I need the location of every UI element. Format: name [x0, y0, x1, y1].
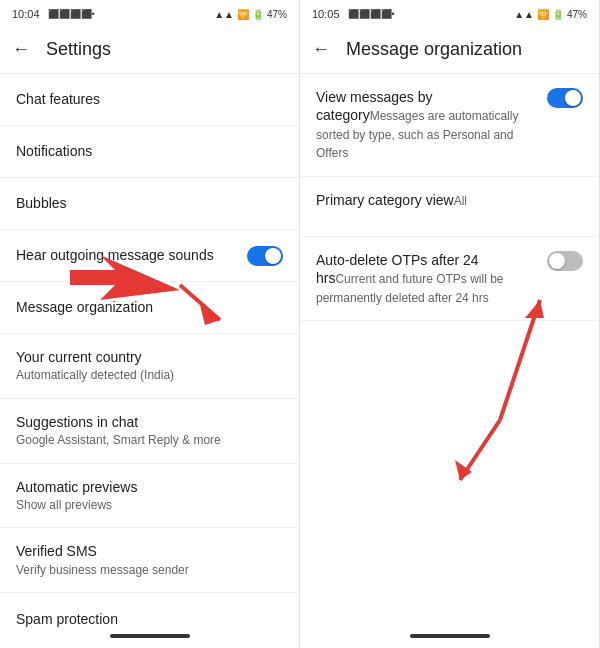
left-back-button[interactable]: ←	[12, 39, 30, 60]
left-item-text-current-country: Your current countryAutomatically detect…	[16, 348, 283, 384]
right-top-bar: ← Message organization	[300, 26, 599, 74]
left-toggle-hear-sounds[interactable]	[247, 246, 283, 266]
left-item-text-message-org: Message organization	[16, 298, 283, 316]
right-home-bar	[410, 634, 490, 638]
left-settings-item-message-org[interactable]: Message organization	[0, 282, 299, 334]
right-item-text-view-by-category: View messages by categoryMessages are au…	[316, 88, 539, 162]
right-time: 10:05	[312, 8, 340, 20]
right-item-title-primary-category: Primary category view	[316, 192, 454, 208]
left-item-text-spam-protection: Spam protection	[16, 610, 283, 628]
right-item-subtitle-primary-category: All	[454, 194, 467, 208]
left-settings-item-auto-previews[interactable]: Automatic previewsShow all previews	[0, 464, 299, 529]
left-item-title-message-org: Message organization	[16, 298, 283, 316]
left-settings-item-chat-features[interactable]: Chat features	[0, 74, 299, 126]
right-wifi-icon: 🛜	[537, 9, 549, 20]
right-battery-icon: 🔋	[552, 9, 564, 20]
left-item-text-verified-sms: Verified SMSVerify business message send…	[16, 542, 283, 578]
left-time: 10:04	[12, 8, 40, 20]
left-item-text-auto-previews: Automatic previewsShow all previews	[16, 478, 283, 514]
left-item-text-chat-features: Chat features	[16, 90, 283, 108]
left-item-text-suggestions: Suggestions in chatGoogle Assistant, Sma…	[16, 413, 283, 449]
right-status-icons: ⬛⬛⬛⬛•	[348, 9, 395, 19]
left-home-indicator	[0, 628, 299, 648]
right-toggle-view-by-category[interactable]	[547, 88, 583, 108]
left-item-title-bubbles: Bubbles	[16, 194, 283, 212]
right-settings-list: View messages by categoryMessages are au…	[300, 74, 599, 628]
left-item-title-notifications: Notifications	[16, 142, 283, 160]
left-item-subtitle-auto-previews: Show all previews	[16, 498, 283, 514]
left-signal-icon: ▲▲	[214, 9, 234, 20]
left-battery-text: 47%	[267, 9, 287, 20]
right-settings-item-auto-delete-otp[interactable]: Auto-delete OTPs after 24 hrsCurrent and…	[300, 237, 599, 321]
left-item-title-chat-features: Chat features	[16, 90, 283, 108]
left-top-bar: ← Settings	[0, 26, 299, 74]
left-item-title-auto-previews: Automatic previews	[16, 478, 283, 496]
left-status-icons: ⬛⬛⬛⬛•	[48, 9, 95, 19]
left-settings-list: Chat featuresNotificationsBubblesHear ou…	[0, 74, 299, 628]
left-item-text-notifications: Notifications	[16, 142, 283, 160]
left-status-right: ▲▲ 🛜 🔋 47%	[214, 9, 287, 20]
left-settings-item-suggestions[interactable]: Suggestions in chatGoogle Assistant, Sma…	[0, 399, 299, 464]
right-page-title: Message organization	[346, 39, 522, 60]
right-item-subtitle-auto-delete-otp: Current and future OTPs will be permanen…	[316, 272, 504, 305]
right-home-indicator	[300, 628, 599, 648]
right-screen: 10:05 ⬛⬛⬛⬛• ▲▲ 🛜 🔋 47% ← Message organiz…	[300, 0, 600, 648]
left-wifi-icon: 🛜	[237, 9, 249, 20]
right-item-text-primary-category: Primary category viewAll	[316, 191, 575, 210]
left-item-subtitle-current-country: Automatically detected (India)	[16, 368, 283, 384]
right-settings-item-view-by-category[interactable]: View messages by categoryMessages are au…	[300, 74, 599, 177]
right-battery-text: 47%	[567, 9, 587, 20]
left-item-title-hear-sounds: Hear outgoing message sounds	[16, 246, 247, 264]
left-item-subtitle-suggestions: Google Assistant, Smart Reply & more	[16, 433, 283, 449]
left-item-title-spam-protection: Spam protection	[16, 610, 283, 628]
left-page-title: Settings	[46, 39, 111, 60]
right-item-text-auto-delete-otp: Auto-delete OTPs after 24 hrsCurrent and…	[316, 251, 539, 306]
left-status-left: 10:04 ⬛⬛⬛⬛•	[12, 8, 95, 20]
left-settings-item-bubbles[interactable]: Bubbles	[0, 178, 299, 230]
left-settings-item-current-country[interactable]: Your current countryAutomatically detect…	[0, 334, 299, 399]
right-back-button[interactable]: ←	[312, 39, 330, 60]
right-status-bar: 10:05 ⬛⬛⬛⬛• ▲▲ 🛜 🔋 47%	[300, 0, 599, 26]
right-status-right: ▲▲ 🛜 🔋 47%	[514, 9, 587, 20]
left-settings-item-verified-sms[interactable]: Verified SMSVerify business message send…	[0, 528, 299, 593]
left-status-bar: 10:04 ⬛⬛⬛⬛• ▲▲ 🛜 🔋 47%	[0, 0, 299, 26]
right-toggle-auto-delete-otp[interactable]	[547, 251, 583, 271]
left-settings-item-spam-protection[interactable]: Spam protection	[0, 593, 299, 628]
left-battery-icon: 🔋	[252, 9, 264, 20]
left-item-title-verified-sms: Verified SMS	[16, 542, 283, 560]
left-item-title-suggestions: Suggestions in chat	[16, 413, 283, 431]
left-item-text-bubbles: Bubbles	[16, 194, 283, 212]
left-home-bar	[110, 634, 190, 638]
left-screen: 10:04 ⬛⬛⬛⬛• ▲▲ 🛜 🔋 47% ← Settings Chat f…	[0, 0, 300, 648]
left-item-text-hear-sounds: Hear outgoing message sounds	[16, 246, 247, 264]
right-settings-item-primary-category[interactable]: Primary category viewAll	[300, 177, 599, 237]
left-item-title-current-country: Your current country	[16, 348, 283, 366]
left-settings-item-notifications[interactable]: Notifications	[0, 126, 299, 178]
right-signal-icon: ▲▲	[514, 9, 534, 20]
left-settings-item-hear-sounds[interactable]: Hear outgoing message sounds	[0, 230, 299, 282]
left-item-subtitle-verified-sms: Verify business message sender	[16, 563, 283, 579]
right-status-left: 10:05 ⬛⬛⬛⬛•	[312, 8, 395, 20]
